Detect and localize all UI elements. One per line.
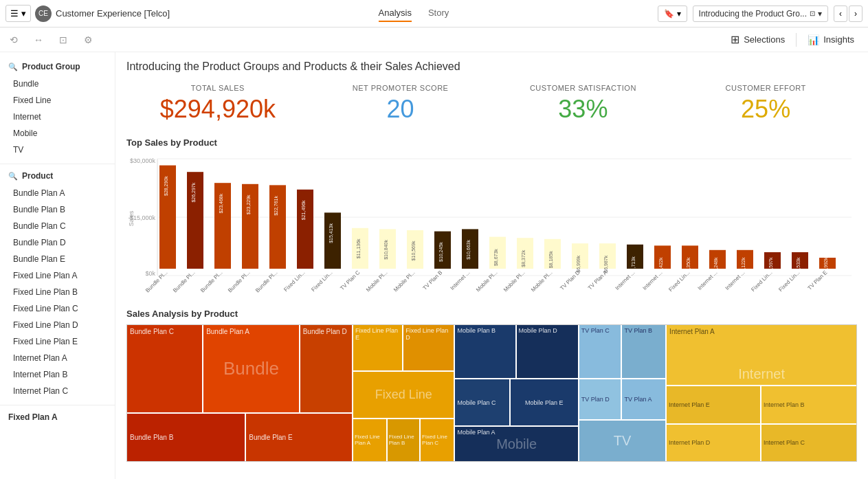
svg-text:Fixed Lin...: Fixed Lin...: [667, 269, 691, 293]
sidebar-item-bundle-plan-c[interactable]: Bundle Plan C: [0, 218, 115, 234]
treemap-internet-plan-d[interactable]: Internet Plan D: [667, 425, 761, 461]
treemap-bundle-plan-e[interactable]: Bundle Plan E: [246, 414, 352, 461]
treemap-bundle-plan-d[interactable]: Bundle Plan D: [300, 325, 352, 412]
sidebar-item-fixed-line-plan-c[interactable]: Fixed Line Plan C: [0, 300, 115, 317]
sidebar-item-bundle-plan-d[interactable]: Bundle Plan D: [0, 234, 115, 251]
selections-icon: ⊞: [731, 33, 739, 46]
treemap-mobile-plan-c[interactable]: Mobile Plan C: [455, 379, 510, 425]
bar-chart-svg: $30,000k $15,000k $0k Sales $28,290kBund…: [126, 153, 855, 298]
treemap-internet-plan-c[interactable]: Internet Plan C: [761, 425, 856, 461]
toolbar: ⟲ ↔ ⊡ ⚙ ⊞ Selections 📊 Insights: [0, 27, 868, 52]
treemap-internet-plan-a[interactable]: Internet Plan A Internet: [667, 325, 856, 386]
header-nav: Analysis Story: [175, 5, 652, 22]
treemap-internet-plan-b[interactable]: Internet Plan B: [761, 386, 856, 423]
treemap-mobile-plan-d[interactable]: Mobile Plan D: [517, 325, 578, 378]
treemap-fixed-line-plan-c[interactable]: Fixed Line Plan C: [421, 419, 454, 461]
selections-button[interactable]: ⊞ Selections: [722, 30, 793, 49]
sidebar-item-internet-plan-b[interactable]: Internet Plan B: [0, 366, 115, 383]
svg-text:$10,663k: $10,663k: [466, 240, 471, 260]
prev-arrow-button[interactable]: ‹: [834, 5, 847, 22]
sidebar-item-internet-plan-c[interactable]: Internet Plan C: [0, 383, 115, 399]
treemap-tv-plan-a[interactable]: TV Plan A: [622, 379, 665, 419]
insights-button[interactable]: 📊 Insights: [799, 32, 863, 48]
svg-text:Fixed Lin...: Fixed Lin...: [310, 269, 333, 293]
svg-text:$10,569k: $10,569k: [411, 241, 416, 260]
tab-analysis[interactable]: Analysis: [379, 5, 412, 22]
fixed-plan-a-header[interactable]: Fixed Plan A: [0, 408, 115, 426]
svg-text:$10,840k: $10,840k: [383, 240, 388, 260]
sidebar-item-internet[interactable]: Internet: [0, 109, 115, 125]
svg-text:Mobile Pl...: Mobile Pl...: [365, 269, 388, 293]
treemap-mobile-label: Mobile: [496, 436, 537, 452]
refresh-icon[interactable]: ⟲: [5, 32, 22, 48]
svg-text:Bundle Pl...: Bundle Pl...: [227, 269, 251, 293]
sidebar-item-internet-plan-a[interactable]: Internet Plan A: [0, 350, 115, 366]
sidebar-item-fixed-line[interactable]: Fixed Line: [0, 92, 115, 109]
kpi-customer-effort-label: CUSTOMER EFFORT: [674, 84, 857, 92]
treemap-fixed-line-group: Fixed Line Plan E Fixed Line Plan D Fixe…: [353, 325, 456, 461]
product-header[interactable]: 🔍 Product: [0, 167, 115, 185]
treemap-bundle-plan-c[interactable]: Bundle Plan C: [127, 325, 203, 412]
kpi-customer-satisfaction-label: CUSTOMER SATISFACTION: [492, 84, 675, 92]
svg-text:$11,136k: $11,136k: [356, 238, 361, 258]
svg-text:$22,761k: $22,761k: [274, 196, 278, 216]
next-arrow-button[interactable]: ›: [849, 5, 863, 22]
treemap-mobile-plan-b[interactable]: Mobile Plan B: [455, 325, 516, 378]
treemap-bundle-plan-a-label: Bundle Plan A: [206, 328, 249, 335]
treemap-bundle-plan-b[interactable]: Bundle Plan B: [127, 414, 246, 461]
treemap-tv-plan-d[interactable]: TV Plan D: [579, 379, 623, 419]
treemap-mobile-middle: Mobile Plan C Mobile Plan E: [455, 379, 577, 427]
sidebar-item-fixed-line-plan-a[interactable]: Fixed Line Plan A: [0, 267, 115, 284]
treemap-tv-plan-c[interactable]: TV Plan C: [579, 325, 623, 378]
treemap-mobile-top: Mobile Plan B Mobile Plan D: [455, 325, 577, 379]
sidebar-section-product: 🔍 Product Bundle Plan A Bundle Plan B Bu…: [0, 167, 115, 399]
sidebar-section-product-group: 🔍 Product Group Bundle Fixed Line Intern…: [0, 58, 115, 158]
bookmark-dropdown-icon: ▾: [677, 9, 681, 19]
treemap-fixed-line-plan-a[interactable]: Fixed Line Plan A: [353, 419, 388, 461]
hamburger-button[interactable]: ☰ ▾: [5, 5, 31, 22]
sidebar-item-bundle[interactable]: Bundle: [0, 76, 115, 92]
treemap-internet-plan-e[interactable]: Internet Plan E: [667, 386, 761, 423]
sidebar-item-fixed-line-plan-b[interactable]: Fixed Line Plan B: [0, 284, 115, 300]
svg-text:Internet ...: Internet ...: [697, 269, 719, 291]
tab-story[interactable]: Story: [428, 5, 449, 22]
main: 🔍 Product Group Bundle Fixed Line Intern…: [0, 52, 868, 479]
treemap-fixed-line-plan-e[interactable]: Fixed Line Plan E: [353, 325, 403, 370]
page-title: Introducing the Product Groups and Produ…: [126, 60, 857, 73]
app-title: Customer Experience [Telco]: [56, 8, 170, 19]
sidebar-item-fixed-line-plan-d[interactable]: Fixed Line Plan D: [0, 317, 115, 333]
treemap-fixed-line-plan-b[interactable]: Fixed Line Plan B: [388, 419, 421, 461]
svg-text:Mobile Pl...: Mobile Pl...: [502, 269, 526, 293]
expand-icon[interactable]: ↔: [30, 32, 47, 48]
product-group-header[interactable]: 🔍 Product Group: [0, 58, 115, 76]
hamburger-icon: ☰: [10, 8, 19, 19]
treemap-mobile-plan-e[interactable]: Mobile Plan E: [511, 379, 578, 425]
svg-text:Bundle Pl...: Bundle Pl...: [254, 269, 278, 293]
svg-text:Bundle Pl...: Bundle Pl...: [199, 269, 223, 293]
svg-text:TV Plan A: TV Plan A: [587, 269, 609, 291]
bookmark-icon: 🔖: [664, 9, 674, 19]
sidebar-item-bundle-plan-b[interactable]: Bundle Plan B: [0, 201, 115, 218]
sidebar-item-fixed-line-plan-e[interactable]: Fixed Line Plan E: [0, 333, 115, 350]
svg-text:Fixed Lin...: Fixed Lin...: [750, 269, 773, 293]
svg-text:TV Plan E: TV Plan E: [807, 269, 829, 291]
treemap-bundle-plan-a[interactable]: Bundle Plan A Bundle: [203, 325, 300, 412]
sidebar-item-bundle-plan-a[interactable]: Bundle Plan A: [0, 185, 115, 201]
treemap-fixed-line-plan-d[interactable]: Fixed Line Plan D: [403, 325, 454, 370]
search-icon: 🔍: [8, 63, 18, 71]
treemap: Bundle Plan C Bundle Plan A Bundle Bundl…: [126, 324, 857, 462]
settings-icon[interactable]: ⚙: [80, 32, 96, 48]
grid-icon[interactable]: ⊡: [55, 32, 71, 48]
sidebar-item-bundle-plan-e[interactable]: Bundle Plan E: [0, 251, 115, 267]
selections-label: Selections: [744, 34, 785, 45]
svg-text:Internet ...: Internet ...: [614, 269, 636, 291]
story-title-icon: ⊡: [810, 10, 815, 17]
treemap-tv-middle: TV Plan D TV Plan A: [579, 379, 665, 420]
bookmark-button[interactable]: 🔖 ▾: [658, 5, 687, 22]
svg-text:Mobile Pl...: Mobile Pl...: [392, 269, 416, 293]
sidebar-item-tv[interactable]: TV: [0, 142, 115, 158]
sidebar-item-mobile[interactable]: Mobile: [0, 125, 115, 142]
treemap-tv-plan-b[interactable]: TV Plan B: [622, 325, 665, 378]
svg-text:Sales: Sales: [128, 210, 135, 226]
product-label: Product: [22, 171, 53, 181]
